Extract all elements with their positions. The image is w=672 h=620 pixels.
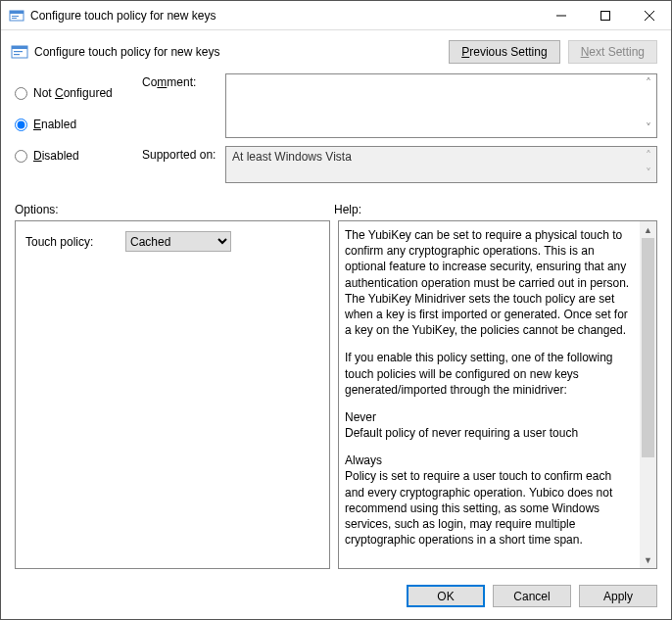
- window-title: Configure touch policy for new keys: [30, 9, 539, 23]
- help-label: Help:: [334, 203, 361, 216]
- options-panel: Touch policy: Cached: [15, 220, 330, 569]
- svg-rect-7: [14, 51, 23, 52]
- cancel-button[interactable]: Cancel: [493, 585, 571, 607]
- touch-policy-select[interactable]: Cached: [125, 231, 231, 252]
- state-radios: Not Configured Enabled Disabled: [15, 73, 142, 191]
- help-scrollbar[interactable]: ▲ ▼: [640, 221, 656, 568]
- svg-rect-8: [14, 54, 20, 55]
- not-configured-radio[interactable]: [15, 87, 27, 100]
- comment-scrollbar[interactable]: ˄ ˅: [640, 74, 656, 137]
- scroll-up-icon: ˄: [646, 76, 651, 90]
- supported-on-value: At least Windows Vista ˄ ˅: [225, 146, 657, 183]
- scroll-down-icon: ˅: [646, 121, 651, 135]
- scroll-up-icon: ˄: [646, 149, 651, 163]
- enabled-label[interactable]: Enabled: [33, 118, 76, 131]
- minimize-button[interactable]: [539, 1, 583, 29]
- not-configured-label[interactable]: Not Configured: [33, 86, 113, 100]
- apply-button[interactable]: Apply: [579, 585, 657, 607]
- comment-textarea[interactable]: ˄ ˅: [225, 73, 657, 138]
- ok-button[interactable]: OK: [407, 585, 485, 607]
- close-button[interactable]: [627, 1, 671, 29]
- scroll-down-icon[interactable]: ▼: [640, 551, 656, 568]
- enabled-radio[interactable]: [15, 119, 27, 131]
- touch-policy-label: Touch policy:: [25, 235, 125, 249]
- next-setting-button[interactable]: Next Setting: [568, 40, 657, 64]
- help-panel: The YubiKey can be set to require a phys…: [338, 220, 657, 569]
- svg-rect-4: [600, 11, 609, 20]
- help-text: The YubiKey can be set to require a phys…: [339, 221, 640, 568]
- comment-label: Comment:: [142, 73, 225, 138]
- disabled-radio[interactable]: [15, 150, 27, 163]
- svg-rect-6: [12, 46, 27, 49]
- supported-on-label: Supported on:: [142, 146, 225, 183]
- dialog-buttons: OK Cancel Apply: [1, 577, 671, 619]
- scroll-track[interactable]: [640, 238, 656, 551]
- scroll-down-icon: ˅: [646, 167, 651, 180]
- svg-rect-1: [10, 11, 24, 14]
- policy-icon: [11, 43, 28, 61]
- options-label: Options:: [15, 203, 334, 216]
- app-icon: [9, 8, 24, 24]
- svg-rect-3: [12, 18, 17, 19]
- svg-rect-2: [12, 16, 19, 17]
- panel-labels: Options: Help:: [1, 193, 671, 220]
- scroll-thumb[interactable]: [642, 238, 654, 457]
- header-row: Configure touch policy for new keys Prev…: [1, 30, 671, 70]
- policy-title: Configure touch policy for new keys: [34, 45, 441, 59]
- supported-scrollbar: ˄ ˅: [640, 147, 656, 182]
- previous-setting-button[interactable]: Previous Setting: [449, 40, 559, 64]
- title-bar: Configure touch policy for new keys: [1, 1, 671, 30]
- config-area: Not Configured Enabled Disabled Comment:…: [1, 70, 671, 193]
- panels: Touch policy: Cached The YubiKey can be …: [1, 220, 671, 577]
- scroll-up-icon[interactable]: ▲: [640, 221, 656, 238]
- maximize-button[interactable]: [583, 1, 627, 29]
- disabled-label[interactable]: Disabled: [33, 149, 79, 163]
